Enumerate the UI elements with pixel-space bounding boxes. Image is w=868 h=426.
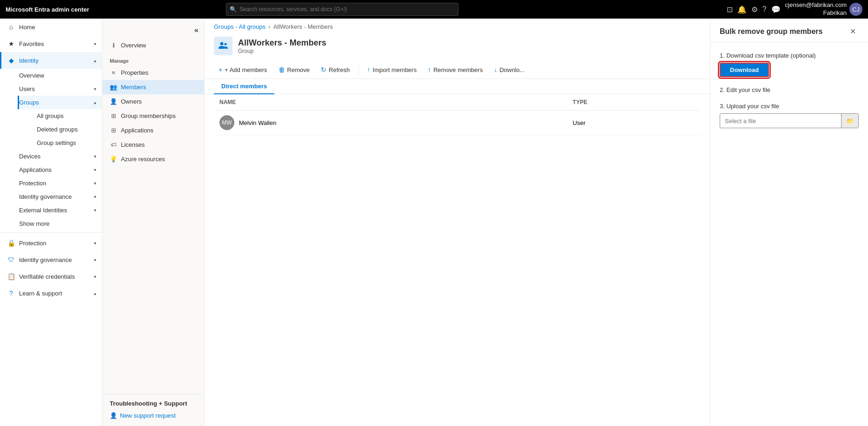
avatar: CJ <box>849 3 862 16</box>
search-input[interactable] <box>226 3 458 16</box>
sub-sidebar-owners[interactable]: 👤 Owners <box>102 94 204 109</box>
sidebar-item-protection-bottom[interactable]: 🔒 Protection ▾ <box>0 235 102 251</box>
sub-sidebar-label-properties: Properties <box>121 69 148 76</box>
gear-icon[interactable]: ⚙ <box>751 5 758 14</box>
sidebar-item-overview[interactable]: Overview <box>18 69 102 82</box>
sidebar-item-group-settings[interactable]: Group settings <box>35 136 102 150</box>
page-header-icon <box>214 37 232 55</box>
verifiable-icon: 📋 <box>7 273 15 280</box>
remove-label: Remove <box>287 66 310 73</box>
tab-direct-members[interactable]: Direct members <box>214 79 274 94</box>
sub-sidebar-licenses[interactable]: 🏷 Licenses <box>102 138 204 152</box>
sub-sidebar-overview[interactable]: ℹ Overview <box>102 38 204 52</box>
folder-icon: 📁 <box>846 118 854 125</box>
breadcrumb-groups[interactable]: Groups - All groups <box>214 23 265 30</box>
remove-button[interactable]: 🗑 Remove <box>274 64 314 76</box>
sub-sidebar-group-memberships[interactable]: ⊞ Group memberships <box>102 109 204 123</box>
sidebar-item-learn-support[interactable]: ? Learn & support ▴ <box>0 285 102 301</box>
support-icon: 👤 <box>110 412 117 419</box>
table-cell-name: MW Melvin Wallen <box>214 111 567 135</box>
panel-close-button[interactable]: ✕ <box>847 26 859 37</box>
column-name: NAME <box>214 94 567 111</box>
overview-icon: ℹ <box>110 42 117 49</box>
sidebar-item-protection[interactable]: Protection ▾ <box>18 177 102 190</box>
chevron-down-icon: ▾ <box>94 257 96 262</box>
file-input[interactable] <box>720 115 841 127</box>
sub-sidebar-label-azure-resources: Azure resources <box>121 156 165 163</box>
sub-sidebar-azure-resources[interactable]: 💡 Azure resources <box>102 152 204 166</box>
page-subtitle: Group <box>238 48 326 54</box>
search-container: 🔍 <box>226 3 458 16</box>
download-label: Downlo... <box>499 66 524 73</box>
sidebar-item-favorites[interactable]: ★ Favorites ▾ <box>0 35 102 52</box>
members-table: NAME TYPE MW Melvin Wallen User <box>214 94 701 135</box>
topbar-actions: ⊡ 🔔 ⚙ ? 💬 cjensen@fabrikan.com Fabrikan … <box>727 1 862 17</box>
remove-members-button[interactable]: ↑ Remove members <box>423 64 487 76</box>
help-icon[interactable]: ? <box>762 5 767 13</box>
sidebar-item-verifiable-creds[interactable]: 📋 Verifiable credentials ▾ <box>0 268 102 285</box>
tabs: Direct members <box>205 79 710 94</box>
collapse-button[interactable]: « <box>102 22 204 38</box>
licenses-icon: 🏷 <box>110 141 117 148</box>
upload-row: 📁 <box>720 113 859 128</box>
member-cell: MW Melvin Wallen <box>219 115 562 130</box>
remove-members-label: Remove members <box>433 66 483 73</box>
support-link-label: New support request <box>120 412 176 419</box>
refresh-button[interactable]: ↻ Refresh <box>316 64 355 76</box>
sidebar-item-show-more[interactable]: Show more <box>18 217 102 230</box>
user-info: cjensen@fabrikan.com Fabrikan <box>785 1 847 17</box>
browse-button[interactable]: 📁 <box>841 114 858 128</box>
sidebar-item-groups[interactable]: Groups ▴ <box>18 96 102 109</box>
sidebar-item-users[interactable]: Users ▾ <box>18 82 102 96</box>
bell-icon[interactable]: 🔔 <box>737 5 747 14</box>
sidebar-item-identity-gov-bottom[interactable]: 🛡 Identity governance ▾ <box>0 251 102 268</box>
sub-sidebar: « ℹ Overview Manage ≡ Properties 👥 Membe… <box>102 19 205 426</box>
home-icon: ⌂ <box>7 23 15 31</box>
import-members-label: Import members <box>373 66 417 73</box>
sidebar-item-external-identities[interactable]: External Identities ▾ <box>18 203 102 217</box>
trash-icon: 🗑 <box>278 66 285 73</box>
table-area: NAME TYPE MW Melvin Wallen User <box>205 94 710 426</box>
properties-icon: ≡ <box>110 69 117 76</box>
sidebar-label-learn-support: Learn & support <box>19 290 90 297</box>
sub-sidebar-members[interactable]: 👥 Members <box>102 80 204 94</box>
sidebar-label-groups: Groups <box>19 99 90 106</box>
sidebar-item-devices[interactable]: Devices ▾ <box>18 150 102 163</box>
user-email: cjensen@fabrikan.com <box>785 1 847 9</box>
sidebar-item-identity-governance[interactable]: Identity governance ▾ <box>18 190 102 203</box>
table-cell-type: User <box>567 111 701 135</box>
add-members-button[interactable]: + + Add members <box>214 64 272 76</box>
sub-sidebar-label-group-memberships: Group memberships <box>121 112 176 119</box>
sidebar-label-protection: Protection <box>19 180 90 187</box>
download-button[interactable]: ↓ Downlo... <box>489 64 529 76</box>
sidebar-item-home[interactable]: ⌂ Home <box>0 19 102 35</box>
refresh-icon: ↻ <box>321 66 326 73</box>
sidebar-item-identity[interactable]: ◆ Identity ▴ <box>0 52 102 69</box>
step2-label: 2. Edit your csv file <box>720 86 859 93</box>
download-icon: ↓ <box>494 66 497 73</box>
sub-sidebar-applications[interactable]: ⊞ Applications <box>102 123 204 138</box>
sidebar-label-favorites: Favorites <box>19 40 90 47</box>
feedback-icon[interactable]: 💬 <box>771 5 781 14</box>
user-menu[interactable]: cjensen@fabrikan.com Fabrikan CJ <box>785 1 862 17</box>
import-icon: ↑ <box>367 66 371 73</box>
import-members-button[interactable]: ↑ Import members <box>363 64 422 76</box>
sidebar-label-home: Home <box>19 24 96 31</box>
monitor-icon[interactable]: ⊡ <box>727 5 733 14</box>
chevron-up-icon: ▴ <box>94 58 96 63</box>
applications-icon: ⊞ <box>110 127 117 134</box>
sub-sidebar-properties[interactable]: ≡ Properties <box>102 66 204 80</box>
group-memberships-icon: ⊞ <box>110 112 117 119</box>
sidebar-item-applications[interactable]: Applications ▾ <box>18 163 102 177</box>
new-support-request-link[interactable]: 👤 New support request <box>110 411 197 420</box>
sub-sidebar-label-licenses: Licenses <box>121 141 145 148</box>
member-avatar: MW <box>219 115 234 130</box>
page-header: AllWorkers - Members Group <box>205 33 710 61</box>
svg-point-0 <box>220 42 224 46</box>
table-row: MW Melvin Wallen User <box>214 111 701 135</box>
sidebar-label-verifiable-creds: Verifiable credentials <box>19 273 90 280</box>
chevron-down-icon: ▾ <box>94 41 96 46</box>
csv-download-button[interactable]: Download <box>720 63 769 77</box>
sidebar-item-deleted-groups[interactable]: Deleted groups <box>35 123 102 136</box>
sidebar-item-all-groups[interactable]: All groups <box>35 109 102 123</box>
